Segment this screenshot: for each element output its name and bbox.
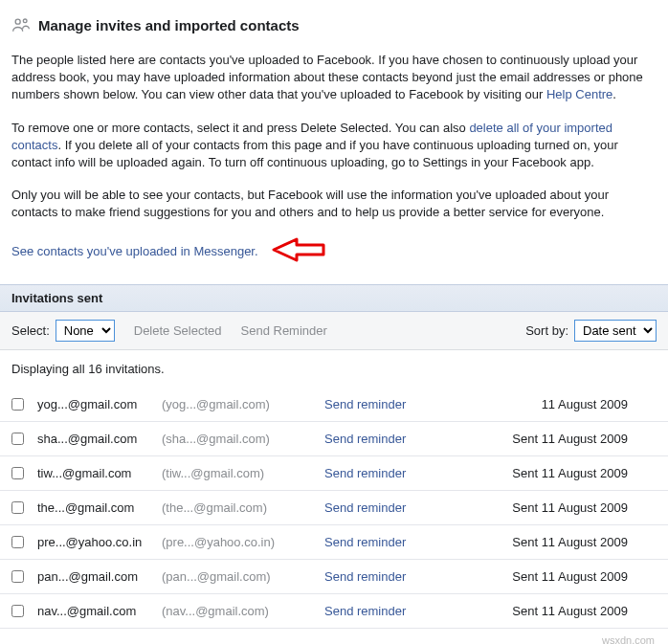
send-reminder-link[interactable]: Send reminder: [324, 535, 406, 549]
row-checkbox[interactable]: [11, 605, 24, 617]
page-header: Manage invites and imported contacts: [11, 15, 657, 34]
watermark: wsxdn.com: [0, 629, 668, 645]
row-checkbox[interactable]: [11, 536, 24, 548]
intro-p3: Only you will be able to see your contac…: [11, 187, 657, 221]
contact-email: yog...@gmail.com: [37, 397, 162, 411]
send-reminder-link[interactable]: Send reminder: [324, 569, 406, 584]
contact-email-paren: (tiw...@gmail.com): [162, 466, 324, 480]
row-checkbox[interactable]: [11, 433, 24, 445]
contact-email: the...@gmail.com: [37, 500, 162, 515]
invitation-row: tiw...@gmail.com(tiw...@gmail.com)Send r…: [0, 456, 668, 491]
send-reminder-link[interactable]: Send reminder: [324, 397, 406, 411]
contact-email-paren: (yog...@gmail.com): [162, 397, 324, 411]
contact-email-paren: (pre...@yahoo.co.in): [162, 535, 324, 549]
sort-dropdown[interactable]: Date sent: [574, 320, 657, 342]
annotation-arrow-icon: [268, 237, 325, 265]
intro-p2a: To remove one or more contacts, select i…: [11, 121, 469, 135]
contact-email-paren: (sha...@gmail.com): [162, 432, 324, 446]
sent-date: Sent 11 August 2009: [478, 604, 657, 618]
contact-email-paren: (the...@gmail.com): [162, 500, 324, 515]
invitation-row: the...@gmail.com(the...@gmail.com)Send r…: [0, 491, 668, 525]
send-reminder-link[interactable]: Send reminder: [324, 432, 406, 446]
contacts-icon: [11, 15, 31, 34]
invitation-row: yog...@gmail.com(yog...@gmail.com)Send r…: [0, 388, 668, 422]
toolbar: Select: None Delete Selected Send Remind…: [0, 312, 668, 350]
contact-email: pan...@gmail.com: [37, 569, 162, 584]
sort-label: Sort by:: [525, 323, 568, 338]
row-checkbox[interactable]: [11, 570, 24, 583]
intro-p1b: .: [612, 87, 616, 101]
send-reminder-link[interactable]: Send reminder: [324, 466, 406, 480]
intro-p2b: . If you delete all of your contacts fro…: [11, 138, 618, 169]
contact-email-paren: (pan...@gmail.com): [162, 569, 324, 584]
row-checkbox[interactable]: [11, 467, 24, 479]
sent-date: Sent 11 August 2009: [478, 569, 657, 584]
invitation-row: pan...@gmail.com(pan...@gmail.com)Send r…: [0, 560, 668, 594]
svg-point-1: [23, 19, 27, 23]
send-reminder-link[interactable]: Send reminder: [324, 604, 406, 618]
select-dropdown[interactable]: None: [56, 320, 115, 342]
row-checkbox[interactable]: [11, 501, 24, 514]
contact-email: sha...@gmail.com: [37, 432, 162, 446]
contact-email: pre...@yahoo.co.in: [37, 535, 162, 549]
invitation-row: nav...@gmail.com(nav...@gmail.com)Send r…: [0, 594, 668, 629]
contact-email: nav...@gmail.com: [37, 604, 162, 618]
sent-date: Sent 11 August 2009: [478, 500, 657, 515]
intro-p1: The people listed here are contacts you'…: [11, 52, 657, 104]
page-title: Manage invites and imported contacts: [38, 17, 300, 33]
intro-p2: To remove one or more contacts, select i…: [11, 120, 657, 172]
send-reminder-link[interactable]: Send reminder: [324, 500, 406, 515]
delete-selected-button[interactable]: Delete Selected: [134, 323, 222, 338]
messenger-contacts-link[interactable]: See contacts you've uploaded in Messenge…: [11, 244, 258, 258]
help-centre-link[interactable]: Help Centre: [546, 87, 612, 101]
sent-date: Sent 11 August 2009: [478, 432, 657, 446]
invitation-row: pre...@yahoo.co.in(pre...@yahoo.co.in)Se…: [0, 525, 668, 560]
sent-date: Sent 11 August 2009: [478, 535, 657, 549]
contact-email-paren: (nav...@gmail.com): [162, 604, 324, 618]
section-banner: Invitations sent: [0, 284, 668, 312]
sent-date: 11 August 2009: [478, 397, 657, 411]
svg-point-0: [15, 19, 20, 24]
invitation-row: sha...@gmail.com(sha...@gmail.com)Send r…: [0, 422, 668, 456]
send-reminder-button[interactable]: Send Reminder: [241, 323, 327, 338]
sent-date: Sent 11 August 2009: [478, 466, 657, 480]
display-count: Displaying all 16 invitations.: [0, 350, 668, 388]
select-label: Select:: [11, 323, 50, 338]
contact-email: tiw...@gmail.com: [37, 466, 162, 480]
row-checkbox[interactable]: [11, 398, 24, 411]
